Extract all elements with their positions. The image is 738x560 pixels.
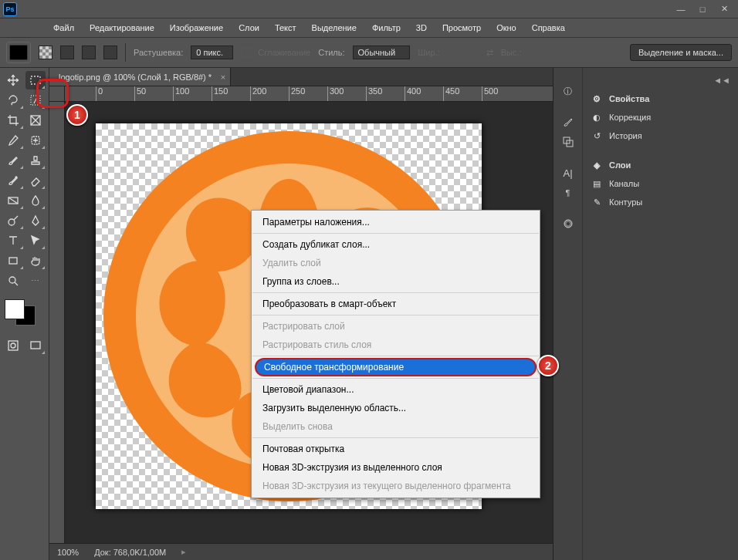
menu-изображение[interactable]: Изображение xyxy=(163,21,230,35)
context-item[interactable]: Преобразовать в смарт-объект xyxy=(252,295,540,313)
foreground-color[interactable] xyxy=(5,299,25,319)
marquee-mode-sub-icon[interactable] xyxy=(82,46,96,59)
select-and-mask-button[interactable]: Выделение и маска... xyxy=(630,44,732,61)
para-panel-icon[interactable]: ¶ xyxy=(557,184,579,202)
context-item[interactable]: Свободное трансформирование xyxy=(255,358,537,376)
menu-separator xyxy=(252,315,539,315)
menu-выделение[interactable]: Выделение xyxy=(305,21,364,35)
swap-wh-icon: ⇄ xyxy=(486,48,493,58)
dodge-tool[interactable] xyxy=(3,211,24,230)
stamp-tool[interactable] xyxy=(25,151,46,170)
ruler-tick: 350 xyxy=(366,86,382,101)
panel-Каналы[interactable]: ▤Каналы xyxy=(586,174,735,193)
svg-point-11 xyxy=(11,343,15,348)
eraser-tool[interactable] xyxy=(25,171,46,190)
document-tab-label: logotip.png @ 100% (Слой 1, RGB/8#) * xyxy=(59,73,212,82)
close-tab-icon[interactable]: × xyxy=(221,73,225,82)
clone-panel-icon[interactable] xyxy=(557,133,579,151)
feather-input[interactable]: 0 пикс. xyxy=(191,46,233,59)
edit-toolbar[interactable]: ⋯ xyxy=(25,272,46,290)
type-tool[interactable] xyxy=(3,231,24,250)
context-item: Растрировать слой xyxy=(252,317,540,336)
pen-tool[interactable] xyxy=(25,211,46,230)
menu-фильтр[interactable]: Фильтр xyxy=(365,21,408,35)
menu-separator xyxy=(252,437,539,438)
marquee-mode-int-icon[interactable] xyxy=(103,46,117,59)
layer-context-menu: Параметры наложения...Создать дубликат с… xyxy=(251,210,540,498)
panel-Свойства[interactable]: ⚙Свойства xyxy=(586,89,735,108)
ruler-tick: 150 xyxy=(212,86,228,101)
context-item[interactable]: Параметры наложения... xyxy=(252,213,540,231)
minimize-button[interactable]: — xyxy=(670,2,692,17)
antialias-checkbox xyxy=(241,48,250,57)
menu-3d[interactable]: 3D xyxy=(409,21,434,35)
zoom-tool[interactable] xyxy=(3,272,24,290)
marquee-mode-add-icon[interactable] xyxy=(60,46,74,59)
active-tool-indicator[interactable] xyxy=(6,42,31,63)
char-panel-icon[interactable]: A| xyxy=(557,164,579,182)
blur-tool[interactable] xyxy=(25,191,46,210)
antialias-label: Сглаживание xyxy=(258,48,310,57)
ruler-vertical xyxy=(49,102,65,543)
color-swatch[interactable] xyxy=(3,298,37,327)
heal-tool[interactable] xyxy=(25,131,46,150)
feather-label: Растушевка: xyxy=(134,48,183,57)
ruler-tick: 300 xyxy=(327,86,344,101)
context-item[interactable]: Цветовой диапазон... xyxy=(252,380,540,399)
panel-label: История xyxy=(609,131,642,140)
ruler-tick: 500 xyxy=(482,86,498,101)
eyedropper-tool[interactable] xyxy=(3,131,24,150)
context-item[interactable]: Группа из слоев... xyxy=(252,272,540,291)
frame-tool[interactable] xyxy=(25,111,46,130)
annotation-badge-2: 2 xyxy=(537,355,559,376)
crop-tool[interactable] xyxy=(3,111,24,130)
quickmask-tool[interactable] xyxy=(3,336,24,355)
history-brush-tool[interactable] xyxy=(3,171,24,190)
document-tab[interactable]: logotip.png @ 100% (Слой 1, RGB/8#) * × xyxy=(49,68,231,86)
color-panel-icon[interactable] xyxy=(557,214,579,233)
svg-rect-8 xyxy=(9,258,17,264)
panel-Коррекция[interactable]: ◐Коррекция xyxy=(586,108,735,127)
maximize-button[interactable]: □ xyxy=(692,2,713,17)
menu-файл[interactable]: Файл xyxy=(46,21,81,35)
app-logo-icon: Ps xyxy=(3,2,17,16)
context-item[interactable]: Загрузить выделенную область... xyxy=(252,399,540,417)
gradient-tool[interactable] xyxy=(3,191,24,210)
zoom-level[interactable]: 100% xyxy=(57,548,79,557)
style-select[interactable]: Обычный xyxy=(353,46,411,59)
context-item[interactable]: Создать дубликат слоя... xyxy=(252,235,540,254)
brush-tool[interactable] xyxy=(3,151,24,170)
close-button[interactable]: ✕ xyxy=(713,2,735,17)
menu-текст[interactable]: Текст xyxy=(268,21,303,35)
menu-окно[interactable]: Окно xyxy=(489,21,523,35)
info-icon[interactable]: ⓘ xyxy=(557,82,579,100)
ruler-tick: 50 xyxy=(134,86,146,101)
panel-icon: ▤ xyxy=(591,177,603,190)
ruler-tick: 200 xyxy=(250,86,266,101)
panel-icon: ✎ xyxy=(591,196,603,208)
menu-separator xyxy=(252,292,539,293)
title-bar: Ps — □ ✕ xyxy=(0,0,738,19)
svg-rect-0 xyxy=(10,46,28,60)
menu-просмотр[interactable]: Просмотр xyxy=(435,21,488,35)
menu-слои[interactable]: Слои xyxy=(232,21,266,35)
panel-История[interactable]: ↺История xyxy=(586,127,735,145)
menu-separator xyxy=(252,233,539,234)
panel-Контуры[interactable]: ✎Контуры xyxy=(586,193,735,211)
path-select-tool[interactable] xyxy=(25,231,46,250)
context-item[interactable]: Новая 3D-экструзия из выделенного слоя xyxy=(252,458,540,477)
lasso-tool[interactable] xyxy=(3,91,24,110)
move-tool[interactable] xyxy=(3,71,24,89)
shape-tool[interactable] xyxy=(3,251,24,270)
menu-separator xyxy=(252,378,539,379)
menu-справка[interactable]: Справка xyxy=(525,21,572,35)
panel-Слои[interactable]: ◈Слои xyxy=(586,156,735,174)
context-item[interactable]: Почтовая открытка xyxy=(252,440,540,458)
menu-separator xyxy=(252,356,539,356)
marquee-mode-new-icon[interactable] xyxy=(39,46,52,59)
brush-panel-icon[interactable] xyxy=(557,113,579,131)
ruler-tick: 250 xyxy=(289,86,305,101)
menu-редактирование[interactable]: Редактирование xyxy=(83,21,161,35)
screenmode-tool[interactable] xyxy=(25,336,46,355)
hand-tool[interactable] xyxy=(25,251,46,270)
